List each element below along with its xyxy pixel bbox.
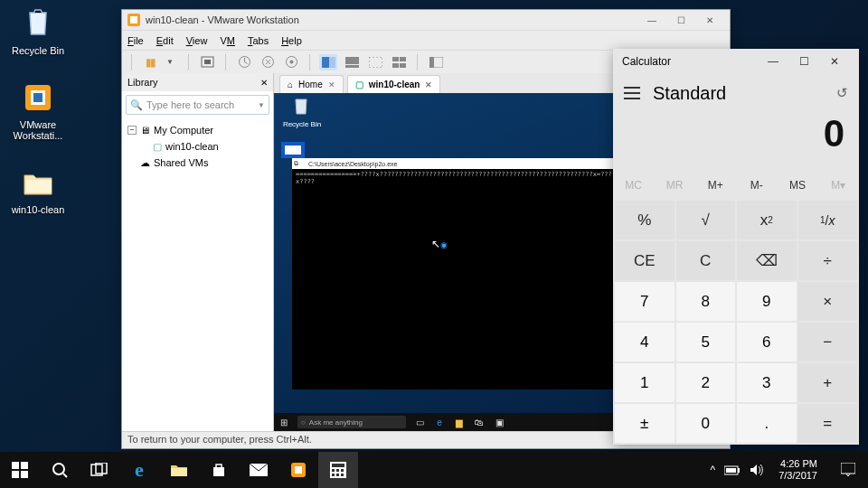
- calc-key-+[interactable]: +: [798, 363, 858, 402]
- calc-key-−[interactable]: −: [798, 323, 858, 361]
- desktop-icon-vmware[interactable]: VMware Workstati...: [5, 80, 71, 141]
- explorer-button[interactable]: [159, 452, 199, 488]
- snapshot-take-button[interactable]: [235, 54, 253, 70]
- calc-mem-mc[interactable]: MC: [613, 172, 654, 199]
- tray-volume-icon[interactable]: [750, 464, 764, 476]
- calc-key-√[interactable]: √: [676, 201, 736, 239]
- taskview-button[interactable]: [80, 452, 119, 488]
- calc-key-0[interactable]: 0: [676, 404, 736, 443]
- guest-cortana-search[interactable]: ○Ask me anything: [297, 416, 406, 428]
- guest-explorer-button[interactable]: ▆: [453, 416, 466, 428]
- calc-key-8[interactable]: 8: [676, 282, 736, 321]
- calc-mem-m+[interactable]: M+: [695, 172, 736, 199]
- tab-close-icon[interactable]: ✕: [425, 80, 432, 89]
- guest-edge-button[interactable]: e: [433, 416, 446, 428]
- calc-minimize-button[interactable]: —: [758, 49, 788, 74]
- calc-key-×[interactable]: ×: [798, 282, 858, 321]
- library-pane: Library ✕ 🔍 Type here to search ▼ −🖥My C…: [122, 73, 274, 431]
- home-icon: ⌂: [288, 80, 293, 89]
- calc-key-3[interactable]: 3: [737, 363, 797, 402]
- power-dropdown[interactable]: ▼: [161, 54, 179, 70]
- view-unity-button[interactable]: [390, 54, 408, 70]
- menu-vm[interactable]: VM: [220, 35, 235, 46]
- svg-rect-12: [345, 65, 359, 68]
- view-fullscreen-button[interactable]: [366, 54, 384, 70]
- calc-key-2[interactable]: 2: [676, 363, 736, 402]
- menu-file[interactable]: File: [127, 35, 144, 46]
- calc-key-x²[interactable]: x2: [737, 201, 797, 239]
- tab-home[interactable]: ⌂Home✕: [279, 75, 344, 93]
- vmware-taskbar-button[interactable]: [278, 452, 318, 488]
- desktop-icon-recycle-bin[interactable]: Recycle Bin: [5, 5, 71, 56]
- calc-keypad: %√x21/xCEC⌫÷789×456−123+±0.=: [613, 199, 859, 445]
- close-button[interactable]: ✕: [695, 10, 724, 30]
- snapshot-manager-button[interactable]: [282, 54, 300, 70]
- calc-close-button[interactable]: ✕: [819, 49, 850, 74]
- calc-key-6[interactable]: 6: [737, 323, 797, 361]
- calc-key-1[interactable]: 1: [615, 363, 675, 402]
- desktop-icon-vm-folder[interactable]: win10-clean: [5, 164, 71, 215]
- calc-key-%[interactable]: %: [615, 201, 675, 239]
- tree-shared-vms[interactable]: ☁Shared VMs: [127, 155, 268, 171]
- guest-cmd-button[interactable]: ▣: [493, 416, 505, 428]
- calc-key-9[interactable]: 9: [737, 282, 797, 321]
- calc-key-¹/x[interactable]: 1/x: [798, 201, 858, 239]
- menu-help[interactable]: Help: [281, 35, 302, 46]
- calc-key-CE[interactable]: CE: [615, 241, 675, 280]
- tray-clock[interactable]: 4:26 PM 7/3/2017: [773, 458, 823, 482]
- maximize-button[interactable]: ☐: [666, 10, 695, 30]
- calc-key-±[interactable]: ±: [615, 404, 675, 443]
- search-dropdown-icon[interactable]: ▼: [258, 101, 265, 109]
- calc-history-button[interactable]: ↺: [836, 85, 848, 101]
- pause-vm-button[interactable]: ▮▮: [141, 54, 159, 70]
- snapshot-button[interactable]: [198, 54, 216, 70]
- calc-key-C[interactable]: C: [676, 241, 736, 280]
- library-search[interactable]: 🔍 Type here to search ▼: [126, 95, 269, 115]
- tree-root[interactable]: −🖥My Computer: [127, 122, 268, 138]
- minimize-button[interactable]: —: [637, 10, 666, 30]
- library-close-button[interactable]: ✕: [260, 78, 268, 88]
- calculator-taskbar-button[interactable]: [318, 452, 358, 488]
- view-single-button[interactable]: [343, 54, 361, 70]
- notification-button[interactable]: [832, 452, 864, 488]
- calc-mem-mdropdown[interactable]: M▾: [818, 172, 859, 199]
- menu-tabs[interactable]: Tabs: [248, 35, 269, 46]
- calc-mem-m-[interactable]: M-: [736, 172, 777, 199]
- menu-view[interactable]: View: [186, 35, 208, 46]
- edge-button[interactable]: e: [119, 452, 159, 488]
- library-toggle-button[interactable]: [427, 54, 445, 70]
- tab-active-vm[interactable]: ▢win10-clean✕: [347, 75, 441, 93]
- menu-edit[interactable]: Edit: [156, 35, 174, 46]
- calc-mem-ms[interactable]: MS: [777, 172, 817, 199]
- view-console-button[interactable]: [319, 54, 337, 70]
- clock-date: 7/3/2017: [778, 470, 817, 482]
- guest-taskview-button[interactable]: ▭: [413, 416, 426, 428]
- svg-rect-10: [329, 57, 335, 68]
- calc-key-.[interactable]: .: [737, 404, 797, 443]
- store-button[interactable]: [199, 452, 239, 488]
- calc-key-⌫[interactable]: ⌫: [737, 241, 797, 280]
- calc-mem-mr[interactable]: MR: [654, 172, 694, 199]
- calc-key-5[interactable]: 5: [676, 323, 736, 361]
- calc-key-7[interactable]: 7: [615, 282, 675, 321]
- calc-key-4[interactable]: 4: [615, 323, 675, 361]
- tray-chevron-icon[interactable]: ^: [711, 464, 716, 476]
- svg-rect-29: [171, 468, 187, 476]
- calc-key-÷[interactable]: ÷: [798, 241, 858, 280]
- guest-recycle-bin[interactable]: Recycle Bin: [279, 97, 325, 128]
- tab-close-icon[interactable]: ✕: [328, 80, 335, 89]
- mail-button[interactable]: [239, 452, 278, 488]
- search-button[interactable]: [40, 452, 80, 488]
- start-button[interactable]: [0, 452, 40, 488]
- guest-store-button[interactable]: 🛍: [473, 416, 486, 428]
- calc-menu-button[interactable]: [624, 87, 640, 99]
- guest-start-button[interactable]: ⊞: [278, 416, 290, 428]
- cmd-window-taskbar-entry[interactable]: [281, 142, 305, 158]
- snapshot-revert-button[interactable]: [259, 54, 277, 70]
- calc-maximize-button[interactable]: ☐: [788, 49, 819, 74]
- vmware-titlebar[interactable]: win10-clean - VMware Workstation — ☐ ✕: [122, 10, 730, 30]
- calc-key-=[interactable]: =: [798, 404, 858, 443]
- tree-vm-item[interactable]: ▢win10-clean: [127, 138, 268, 155]
- tray-battery-icon[interactable]: [724, 465, 741, 475]
- calc-titlebar[interactable]: Calculator — ☐ ✕: [613, 49, 859, 74]
